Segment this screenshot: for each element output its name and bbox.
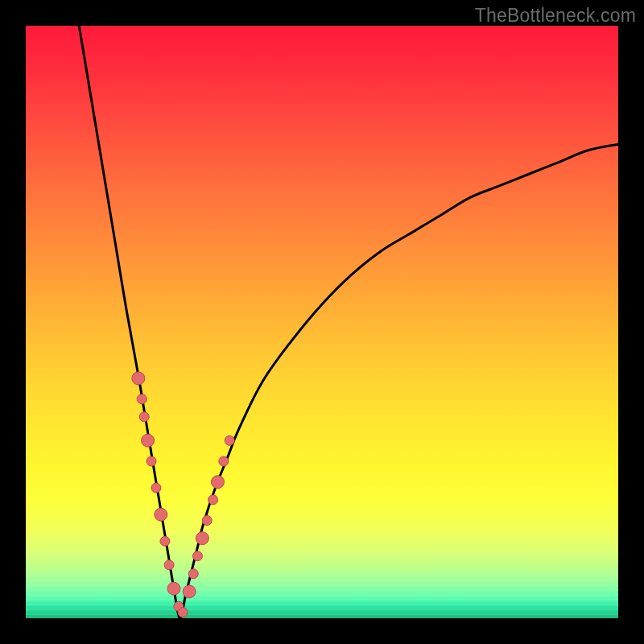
- curve-marker: [211, 476, 224, 489]
- marker-group: [132, 372, 234, 617]
- curve-marker: [196, 532, 208, 545]
- curve-marker: [139, 412, 149, 422]
- curve-marker: [147, 456, 156, 466]
- curve-marker: [183, 585, 196, 598]
- chart-frame: TheBottleneck.com: [0, 0, 644, 644]
- plot-area: [26, 26, 618, 618]
- curve-marker: [192, 551, 202, 561]
- bottleneck-curve-path: [79, 26, 618, 618]
- curve-marker: [155, 508, 167, 521]
- curve-marker: [208, 495, 218, 505]
- curve-marker: [160, 536, 170, 546]
- curve-marker: [142, 434, 155, 447]
- curve-marker: [202, 516, 212, 526]
- curve-marker: [178, 608, 188, 617]
- curve-marker: [151, 483, 161, 493]
- curve-marker: [132, 372, 145, 385]
- bottleneck-curve-svg: [26, 26, 618, 618]
- curve-marker: [167, 582, 180, 595]
- curve-group: [79, 26, 618, 618]
- curve-marker: [225, 436, 234, 445]
- curve-marker: [188, 569, 198, 579]
- watermark-text: TheBottleneck.com: [475, 5, 636, 27]
- curve-marker: [219, 456, 229, 466]
- curve-marker: [164, 560, 174, 570]
- curve-marker: [137, 394, 147, 404]
